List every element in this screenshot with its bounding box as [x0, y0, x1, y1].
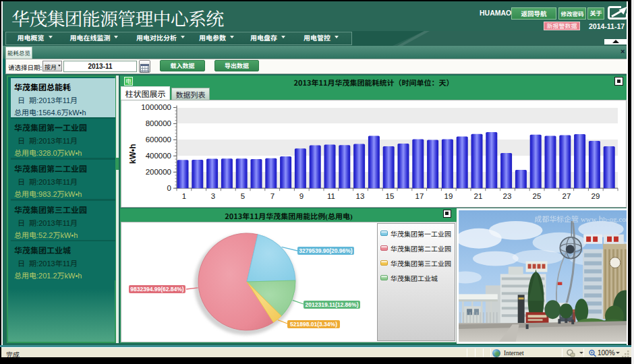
svg-text:成都华标企管 www.hb-qg.com: 成都华标企管 www.hb-qg.com: [535, 213, 627, 224]
